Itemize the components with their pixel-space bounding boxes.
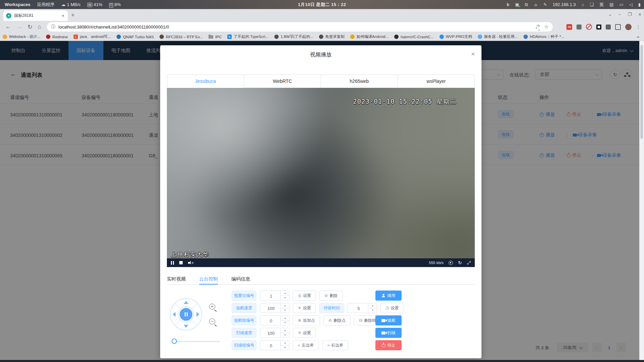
site-info-icon[interactable]: ⓘ (51, 24, 55, 30)
preset-set-button[interactable]: ◎设置 (293, 291, 316, 301)
snapshot-icon[interactable] (449, 261, 453, 265)
step-down-icon[interactable] (281, 321, 289, 325)
battery-tray-icon[interactable]: ▮ (638, 2, 641, 7)
tab-ptz-control[interactable]: 云台控制 (199, 273, 218, 285)
forward-icon[interactable]: → (16, 23, 22, 30)
window-close-button[interactable]: × (638, 11, 641, 17)
bookmark-zhihu-typescript[interactable]: 知了不起的 TypeScri... (227, 34, 269, 39)
window-minimize-button[interactable]: – (618, 12, 621, 17)
ptz-speed-slider[interactable] (172, 341, 220, 342)
step-up-icon[interactable] (368, 303, 377, 308)
scan-left-bound-button[interactable]: «左边界 (293, 340, 319, 350)
scrollbar-thumb[interactable] (640, 45, 643, 139)
scan-speed-stepper[interactable] (260, 328, 289, 338)
scan-speed-set-button[interactable]: ✳设置 (293, 328, 316, 338)
workspaces-button[interactable]: Workspaces (5, 2, 30, 7)
display-tray-icon[interactable]: ▭ (619, 2, 624, 7)
reload-stream-icon[interactable]: ↻ (458, 260, 462, 265)
ptz-left-icon[interactable] (173, 312, 176, 317)
ptz-right-icon[interactable] (196, 312, 199, 317)
cruise-group-stepper[interactable] (260, 315, 289, 325)
caffeine-tray-icon[interactable]: ☕ (534, 2, 538, 7)
window-restore-button[interactable]: ❐ (628, 12, 632, 17)
bookmark-redmine[interactable]: Redmine (46, 35, 68, 39)
extension-icon[interactable] (577, 24, 582, 30)
video-player[interactable]: 2023-01-10 15:22:05 星期二 上抽村实大华 555 kb/s … (167, 88, 475, 267)
cruise-add-point-button[interactable]: ⊕添加点 (293, 315, 320, 325)
tab-jessibuca[interactable]: Jessibuca (167, 74, 244, 88)
scan-right-bound-button[interactable]: »右边界 (322, 340, 349, 350)
bookmark-rfc2833[interactable]: RFC2833 – RTP Ev... (159, 35, 203, 39)
bookmark-server[interactable]: 服务器 - 轻量应用... (478, 34, 518, 39)
step-down-icon[interactable] (281, 308, 289, 313)
url-text[interactable]: localhost:38080/#/channelList/3402000000… (58, 24, 536, 30)
step-down-icon[interactable] (281, 333, 289, 338)
bookmark-article1[interactable]: 1.8W字|了不起的... (274, 34, 313, 39)
zoom-in-button[interactable] (209, 304, 215, 310)
bookmark-star-icon[interactable]: ☆ (544, 24, 549, 30)
color-picker-tray-icon[interactable]: ✎ (543, 2, 547, 7)
screenshot-extension-icon[interactable] (596, 24, 601, 30)
pause-icon[interactable] (171, 261, 174, 265)
step-up-icon[interactable] (281, 303, 289, 308)
stay-time-input[interactable] (348, 303, 369, 313)
new-tab-button[interactable]: + (71, 12, 75, 18)
tab-wsplayer[interactable]: wsPlayer (398, 74, 475, 88)
slider-handle[interactable] (172, 339, 177, 344)
preset-delete-button[interactable]: ⊖删除 (319, 291, 342, 301)
window-layout-tray-icon[interactable]: ❏ (590, 2, 594, 7)
preset-number-stepper[interactable] (260, 291, 289, 301)
cruise-group-input[interactable] (260, 316, 282, 326)
tab-close-icon[interactable]: × (61, 13, 65, 18)
cruise-speed-stepper[interactable] (260, 303, 289, 313)
stay-time-stepper[interactable] (348, 303, 377, 313)
mute-icon[interactable] (188, 261, 193, 265)
cruise-delete-point-button[interactable]: ⊘删除点 (323, 315, 351, 325)
profile-avatar[interactable] (625, 24, 632, 30)
bookmark-copy-free[interactable]: 免登录复制 (319, 34, 345, 39)
ptz-down-icon[interactable] (184, 325, 188, 328)
fullscreen-icon[interactable]: ⤢ (467, 260, 471, 266)
ptz-direction-pad[interactable] (170, 298, 202, 330)
clipboard-tray-icon[interactable]: ⧉ (525, 2, 528, 7)
preset-call-button[interactable]: 调用 (375, 291, 402, 301)
step-down-icon[interactable] (368, 308, 377, 313)
cruise-speed-set-button[interactable]: ✳设置 (293, 303, 316, 313)
cruise-start-button[interactable]: 巡航 (375, 315, 402, 325)
bookmark-hdatmos[interactable]: HDAtmos :: 种子 *... (523, 34, 564, 39)
bookmark-github-crashc[interactable]: hairrrrr/C-CrashC... (394, 35, 433, 39)
bookmark-qnap[interactable]: QNAP Turbo NAS (117, 35, 154, 39)
bookmark-android-build[interactable]: 如何编译Android... (350, 34, 388, 39)
volume-tray-icon[interactable]: ◁ (629, 2, 633, 7)
tab-h265web[interactable]: h265web (321, 74, 398, 88)
notes-tray-icon[interactable]: ▣ (515, 2, 519, 7)
tab-codec-info[interactable]: 编码信息 (231, 273, 250, 285)
cruise-speed-input[interactable] (260, 303, 282, 313)
adblock-extension-icon[interactable] (586, 24, 592, 30)
bookmark-folder-ipc[interactable]: IPC (209, 35, 222, 39)
scan-speed-input[interactable] (260, 328, 282, 338)
home-icon[interactable]: ⌂ (38, 23, 41, 30)
sidebar-extension-icon[interactable] (615, 24, 621, 30)
phone-link-tray-icon[interactable]: ▤ (609, 2, 613, 7)
preset-number-input[interactable] (260, 291, 282, 301)
tab-search-icon[interactable]: ⌄ (608, 12, 612, 17)
clock[interactable]: 1月10日 星期二 15：22 (298, 2, 346, 8)
bookmark-java-android[interactable]: Cjava、android可... (74, 34, 111, 39)
step-up-icon[interactable] (281, 291, 289, 296)
address-bar[interactable]: ⓘ localhost:38080/#/channelList/34020000… (47, 22, 553, 32)
reload-icon[interactable]: ↻ (28, 23, 32, 31)
page-scrollbar[interactable] (639, 41, 644, 362)
ptz-center-button[interactable] (179, 307, 193, 322)
step-up-icon[interactable] (281, 341, 289, 346)
step-down-icon[interactable] (281, 346, 289, 350)
ptz-stop-button[interactable]: 停止 (375, 340, 402, 350)
share-icon[interactable] (536, 25, 540, 29)
bookmark-wvp-docs[interactable]: WVP-PRO文档 (440, 34, 472, 39)
bing-tray-icon[interactable]: b (507, 2, 509, 7)
stop-icon[interactable] (179, 261, 183, 264)
close-icon[interactable]: × (471, 51, 475, 57)
extension-js-icon[interactable]: JS (566, 24, 572, 30)
scan-group-stepper[interactable] (260, 340, 289, 350)
browser-menu-icon[interactable]: ⋮ (636, 24, 641, 30)
